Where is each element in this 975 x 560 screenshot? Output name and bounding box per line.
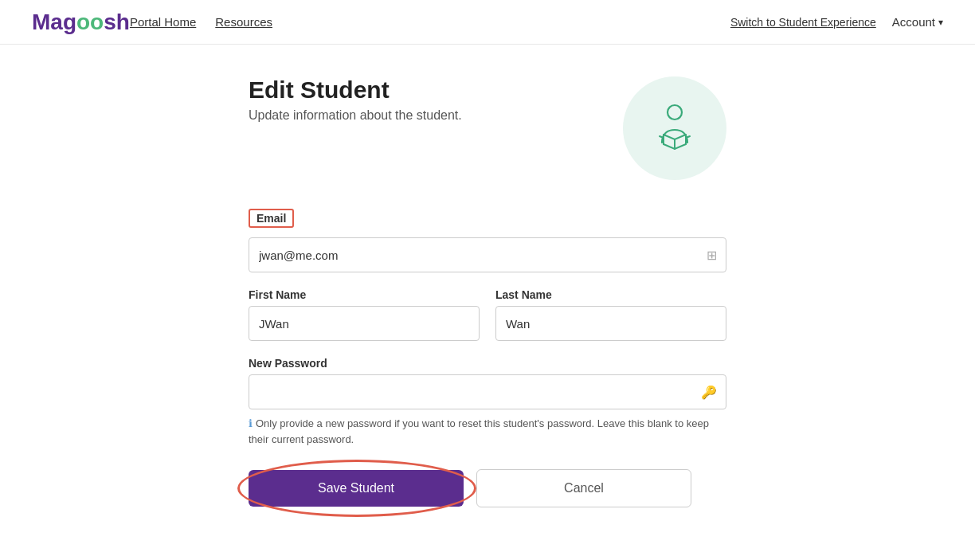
switch-to-student-link[interactable]: Switch to Student Experience — [730, 16, 876, 29]
password-icon: 🔑 — [701, 385, 717, 400]
account-menu[interactable]: Account — [892, 15, 943, 29]
cancel-button[interactable]: Cancel — [476, 469, 691, 507]
password-group: New Password 🔑 ℹOnly provide a new passw… — [249, 357, 726, 447]
student-icon — [646, 100, 703, 157]
last-name-group: Last Name — [495, 288, 726, 341]
email-group: Email ⊞ — [249, 209, 726, 272]
page-title: Edit Student — [249, 76, 462, 104]
first-name-group: First Name — [249, 288, 480, 341]
email-label: Email — [249, 209, 294, 228]
password-input[interactable] — [249, 374, 726, 409]
resources-link[interactable]: Resources — [215, 15, 272, 29]
info-icon: ℹ — [249, 417, 253, 429]
password-label: New Password — [249, 357, 726, 370]
navbar: Magoosh Portal Home Resources Switch to … — [0, 0, 975, 45]
logo: Magoosh — [32, 10, 130, 35]
student-illustration — [623, 76, 726, 180]
button-row: Save Student Cancel — [249, 469, 726, 507]
portal-home-link[interactable]: Portal Home — [130, 15, 196, 29]
last-name-input[interactable] — [495, 306, 726, 341]
save-student-button[interactable]: Save Student — [249, 470, 464, 507]
password-hint: ℹOnly provide a new password if you want… — [249, 416, 726, 447]
svg-point-0 — [668, 105, 682, 119]
email-icon: ⊞ — [707, 248, 717, 263]
first-name-input[interactable] — [249, 306, 480, 341]
last-name-label: Last Name — [495, 288, 726, 301]
page-subtitle: Update information about the student. — [249, 108, 462, 123]
first-name-label: First Name — [249, 288, 480, 301]
email-input[interactable] — [249, 237, 726, 272]
